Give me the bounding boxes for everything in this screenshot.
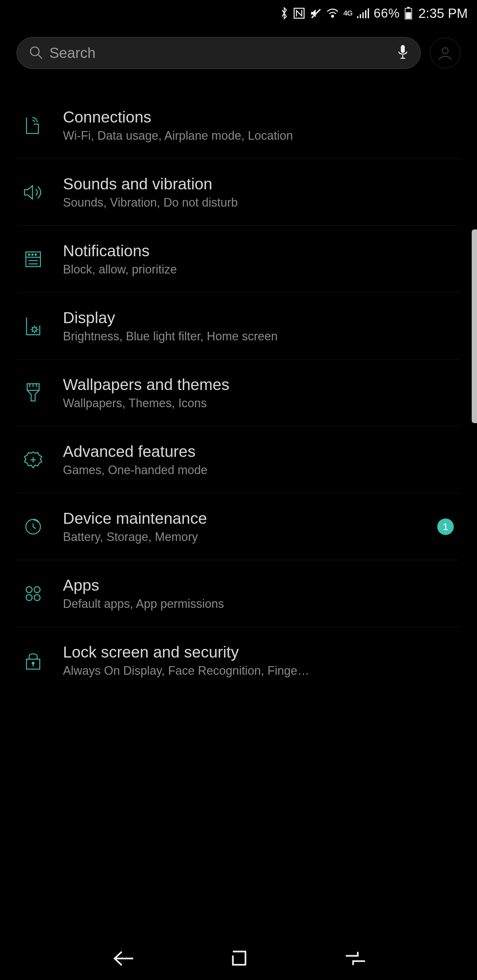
home-button[interactable] [230,949,249,968]
svg-point-11 [30,47,39,56]
search-placeholder: Search [49,45,391,61]
maintenance-icon [20,514,46,540]
lock-icon [20,647,46,674]
settings-item-subtitle: Wallpapers, Themes, Icons [63,396,460,410]
settings-item-title: Lock screen and security [63,643,460,661]
settings-item-subtitle: Always On Display, Face Recognition, Fin… [63,664,460,678]
notifications-icon [20,246,46,272]
svg-rect-3 [357,16,358,18]
profile-button[interactable] [430,38,460,68]
svg-point-42 [26,595,32,601]
svg-point-19 [29,254,30,255]
connections-icon [20,112,46,139]
settings-item-advanced[interactable]: Advanced features Games, One-handed mode [17,426,460,493]
brush-icon [20,380,46,406]
svg-point-21 [35,254,37,255]
clock-text: 2:35 PM [418,6,468,21]
gear-plus-icon [20,447,46,473]
svg-line-32 [32,331,33,332]
settings-item-apps[interactable]: Apps Default apps, App permissions [17,560,460,627]
settings-item-lockscreen[interactable]: Lock screen and security Always On Displ… [17,627,460,694]
network-type-icon: 4G [343,9,353,18]
svg-rect-6 [365,10,366,18]
display-icon [20,313,46,339]
battery-percent: 66% [374,6,400,21]
settings-item-wallpapers[interactable]: Wallpapers and themes Wallpapers, Themes… [17,360,460,426]
recents-button[interactable] [345,951,366,966]
settings-item-subtitle: Default apps, App permissions [63,597,460,611]
wifi-icon [326,8,339,18]
status-bar: 4G 66% 2:35 PM [0,0,477,27]
svg-point-20 [32,254,33,255]
battery-icon [404,7,412,19]
settings-item-subtitle: Sounds, Vibration, Do not disturb [63,196,460,210]
settings-item-title: Sounds and vibration [63,175,460,193]
settings-item-title: Advanced features [63,442,460,461]
settings-item-title: Wallpapers and themes [63,375,460,394]
svg-rect-10 [406,12,411,19]
svg-point-24 [32,328,37,331]
settings-item-subtitle: Games, One-handed mode [63,463,460,477]
sound-icon [20,179,46,205]
svg-point-2 [332,15,333,17]
search-input[interactable]: Search [17,37,421,69]
svg-point-40 [26,587,32,593]
settings-item-connections[interactable]: Connections Wi-Fi, Data usage, Airplane … [17,92,460,159]
apps-icon [20,581,46,607]
search-icon [29,45,43,60]
svg-line-31 [36,327,37,328]
settings-item-title: Connections [63,108,460,126]
svg-line-12 [38,55,42,59]
svg-rect-7 [368,8,369,18]
settings-item-notifications[interactable]: Notifications Block, allow, prioritize [17,226,460,293]
svg-rect-5 [362,12,364,18]
settings-item-sounds[interactable]: Sounds and vibration Sounds, Vibration, … [17,159,460,226]
mute-icon [310,7,322,19]
settings-item-maintenance[interactable]: Device maintenance Battery, Storage, Mem… [17,493,460,560]
back-button[interactable] [111,950,134,967]
svg-point-41 [34,587,40,593]
settings-item-subtitle: Battery, Storage, Memory [63,530,421,544]
notification-badge: 1 [437,519,454,535]
settings-item-title: Apps [63,576,460,594]
search-row: Search [0,37,477,69]
settings-item-title: Device maintenance [63,509,421,527]
scrollbar-thumb[interactable] [472,229,477,423]
settings-item-subtitle: Wi-Fi, Data usage, Airplane mode, Locati… [63,129,460,143]
microphone-icon[interactable] [397,45,408,62]
svg-rect-4 [360,14,361,18]
svg-line-29 [32,327,33,328]
navigation-bar [0,937,477,980]
settings-item-title: Display [63,309,460,327]
svg-rect-13 [401,45,405,53]
settings-item-subtitle: Block, allow, prioritize [63,262,460,277]
signal-icon [357,8,369,18]
settings-list: Connections Wi-Fi, Data usage, Airplane … [0,92,477,694]
bluetooth-icon [280,6,289,20]
svg-line-30 [36,331,37,332]
settings-item-subtitle: Brightness, Blue light filter, Home scre… [63,329,460,343]
svg-point-43 [34,595,40,601]
settings-item-display[interactable]: Display Brightness, Blue light filter, H… [17,293,460,360]
nfc-icon [293,7,305,19]
settings-item-title: Notifications [63,242,460,260]
svg-point-16 [442,48,448,54]
